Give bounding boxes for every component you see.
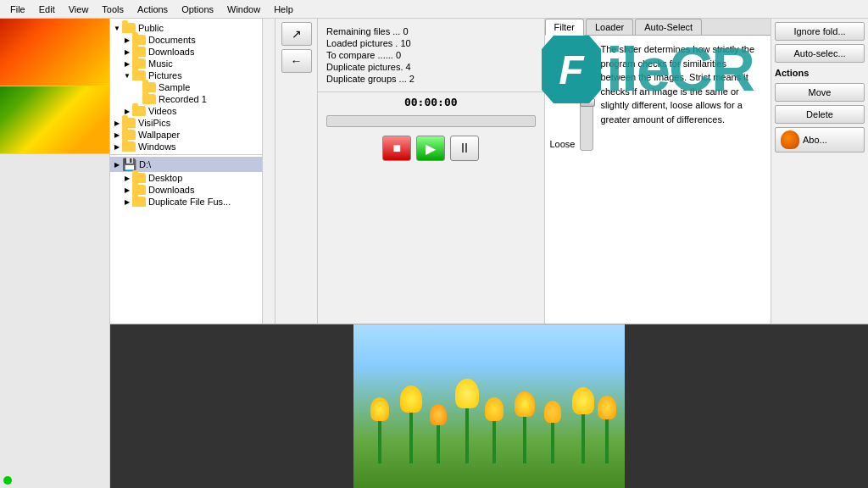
tree-item-sample[interactable]: Sample (110, 81, 275, 93)
arrow-music: ▶ (122, 58, 132, 69)
tab-bar: Filter Loader Auto-Select (545, 19, 771, 36)
stats-and-filter-wrapper: Remaining files ... 0 Loaded pictures . … (318, 19, 544, 324)
tulip-1 (370, 397, 389, 463)
filter-description: The slider determines how strictly the p… (598, 41, 765, 319)
tree-item-visipics[interactable]: ▶ VisiPics (110, 117, 275, 129)
tree-label-dup-file: Duplicate File Fus... (148, 197, 231, 207)
stat-loaded-pictures: Loaded pictures . 10 (326, 37, 536, 49)
loaded-pictures-label: Loaded pictures . (326, 38, 398, 48)
folder-icon-videos (132, 106, 146, 116)
about-button[interactable]: Abo... (775, 127, 865, 152)
bottom-preview (110, 324, 868, 488)
tab-filter[interactable]: Filter (545, 19, 584, 36)
red-flowers-image (0, 19, 109, 86)
tree-label-windows: Windows (138, 141, 176, 152)
tree-item-videos[interactable]: ▶ Videos (110, 105, 275, 117)
folder-tree: ▼ Public ▶ Documents ▶ Downloads ▶ (110, 19, 275, 324)
stop-icon: ■ (392, 141, 401, 156)
menu-window[interactable]: Window (220, 3, 267, 16)
menu-options[interactable]: Options (175, 3, 220, 16)
arrow-desktop: ▶ (122, 173, 132, 183)
folder-icon-dup-file (132, 197, 146, 207)
tree-label-pictures: Pictures (148, 70, 182, 80)
tab-loader[interactable]: Loader (586, 19, 633, 35)
menu-help[interactable]: Help (267, 3, 300, 16)
tulip-3 (430, 404, 447, 463)
remove-icon: ← (291, 54, 303, 68)
play-button[interactable]: ▶ (416, 136, 445, 161)
folder-icon-windows (122, 141, 136, 152)
tree-separator (110, 154, 275, 155)
tree-label-wallpaper: Wallpaper (138, 130, 180, 140)
menu-tools[interactable]: Tools (95, 3, 131, 16)
preview-image (353, 324, 625, 488)
right-action-panel: Ignore fold... Auto-selec... Actions Mov… (771, 19, 868, 324)
add-folder-button[interactable]: ↗ (281, 22, 312, 46)
arrow-public: ▼ (112, 23, 122, 33)
tulip-5 (485, 397, 504, 463)
tulip-scene (353, 324, 625, 488)
filter-content: Strict Basic Loose The slider determines… (545, 36, 771, 324)
about-label: Abo... (803, 135, 827, 145)
menu-view[interactable]: View (62, 3, 96, 16)
filter-slider[interactable] (580, 41, 593, 151)
tree-label-d-drive: D:\ (139, 159, 151, 169)
menu-bar: File Edit View Tools Actions Options Win… (0, 0, 868, 19)
delete-button[interactable]: Delete (775, 105, 865, 124)
tree-label-music: Music (148, 58, 173, 69)
tulip-7 (544, 401, 561, 463)
auto-select-button[interactable]: Auto-selec... (775, 44, 865, 63)
remove-folder-button[interactable]: ← (281, 49, 312, 73)
basic-label: Basic (550, 91, 576, 101)
main-layout: ▼ Public ▶ Documents ▶ Downloads ▶ (0, 19, 868, 488)
dup-groups-label: Duplicate groups ... (326, 74, 407, 84)
tree-item-pictures[interactable]: ▼ Pictures (110, 69, 275, 81)
tree-item-dup-file[interactable]: ▶ Duplicate File Fus... (110, 196, 275, 208)
dup-pictures-value: 4 (406, 62, 411, 72)
tree-label-sample: Sample (159, 82, 190, 92)
move-button[interactable]: Move (775, 83, 865, 102)
arrow-sample (132, 82, 142, 92)
arrow-pictures: ▼ (122, 70, 132, 80)
arrow-downloads-pub: ▶ (122, 47, 132, 57)
folder-icon-recorded (142, 94, 156, 104)
to-compare-value: 0 (396, 50, 401, 60)
menu-file[interactable]: File (3, 3, 32, 16)
timer-display: 00:00:00 (318, 92, 544, 112)
ignore-folder-button[interactable]: Ignore fold... (775, 22, 865, 41)
tree-item-wallpaper[interactable]: ▶ Wallpaper (110, 129, 275, 141)
stat-remaining-files: Remaining files ... 0 (326, 25, 536, 37)
control-buttons: ■ ▶ ⏸ (318, 130, 544, 166)
stats-area: Remaining files ... 0 Loaded pictures . … (318, 19, 544, 92)
slider-thumb[interactable] (580, 98, 595, 107)
tulip-2 (400, 385, 422, 463)
add-icon: ↗ (292, 27, 302, 41)
dup-pictures-label: Duplicate pictures. (326, 62, 403, 72)
pause-button[interactable]: ⏸ (450, 136, 479, 161)
remaining-files-label: Remaining files ... (326, 26, 400, 36)
arrow-wallpaper: ▶ (112, 130, 122, 140)
slider-labels: Strict Basic Loose (550, 41, 576, 151)
tree-label-visipics: VisiPics (138, 118, 170, 128)
dup-groups-value: 2 (409, 74, 415, 84)
tree-label-documents: Documents (148, 35, 196, 45)
tulip-4 (455, 379, 479, 463)
tree-label-recorded: Recorded 1 (159, 94, 207, 104)
tab-autoselect[interactable]: Auto-Select (635, 19, 702, 35)
yellow-flowers-image (0, 86, 109, 153)
menu-edit[interactable]: Edit (32, 3, 62, 16)
tulip-8 (572, 387, 594, 463)
play-icon: ▶ (426, 141, 436, 157)
arrow-d-drive: ▶ (112, 159, 122, 169)
actions-section-label: Actions (775, 66, 865, 80)
menu-actions[interactable]: Actions (131, 3, 175, 16)
arrow-downloads-d: ▶ (122, 185, 132, 195)
thumbnail-red-flowers[interactable] (0, 19, 109, 86)
tree-label-downloads-d: Downloads (148, 185, 194, 195)
loaded-pictures-value: 10 (400, 38, 410, 48)
thumbnail-yellow-flowers[interactable] (0, 86, 109, 154)
tree-item-windows[interactable]: ▶ Windows (110, 141, 275, 152)
remaining-files-value: 0 (403, 26, 409, 36)
stop-button[interactable]: ■ (382, 136, 411, 161)
arrow-documents: ▶ (122, 35, 132, 45)
